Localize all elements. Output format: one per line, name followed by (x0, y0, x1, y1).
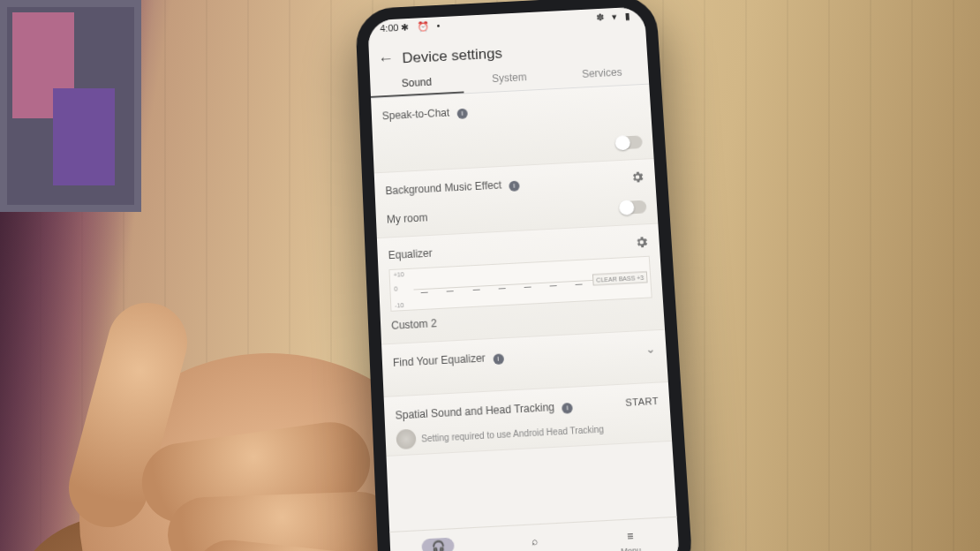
find-eq-label: Find Your Equalizer (393, 351, 486, 369)
wall-art (0, 0, 141, 212)
eq-scale-bot: -10 (395, 302, 403, 309)
clear-bass-badge: CLEAR BASS +3 (592, 271, 648, 285)
info-icon[interactable]: i (456, 108, 467, 118)
eq-scale-top: +10 (394, 271, 404, 278)
headphones-icon: 🎧 (431, 540, 445, 551)
card-speak-to-chat: Speak-to-Chat i (371, 85, 654, 174)
bg-music-label: Background Music Effect (385, 179, 501, 198)
nav-my-device[interactable]: 🎧 My Device (389, 527, 487, 551)
eq-scale-mid: 0 (394, 286, 397, 292)
nav-discover[interactable]: ⌕ Discover (486, 523, 584, 551)
spatial-sub-label: Setting required to use Android Head Tra… (421, 424, 604, 443)
speak-to-chat-label: Speak-to-Chat (382, 107, 450, 122)
tab-services[interactable]: Services (555, 60, 650, 88)
spatial-label: Spatial Sound and Head Tracking (395, 401, 554, 422)
phone-frame: 4:00 ✱ ⏰ • ✽ ▾ ▮ ← Device settings Sound… (355, 0, 694, 551)
gear-icon[interactable] (634, 235, 649, 250)
back-button[interactable]: ← (378, 49, 395, 68)
speak-to-chat-toggle[interactable] (615, 135, 643, 149)
discover-icon: ⌕ (531, 535, 538, 548)
equalizer-label: Equalizer (388, 247, 433, 261)
page-title: Device settings (402, 45, 502, 67)
tab-sound[interactable]: Sound (370, 69, 464, 97)
menu-icon: ≡ (627, 530, 634, 543)
my-room-toggle[interactable] (620, 200, 647, 214)
status-left-icons: ✱ ⏰ • (401, 20, 443, 33)
chevron-down-icon: ⌄ (645, 342, 656, 356)
nav-menu[interactable]: ≡ Menu (581, 517, 680, 551)
status-right-icons: ✽ ▾ ▮ (596, 11, 634, 34)
info-icon[interactable]: i (493, 353, 504, 365)
card-equalizer: Equalizer +10 0 -10 (377, 224, 665, 345)
head-tracking-icon (396, 429, 416, 450)
info-icon[interactable]: i (509, 180, 520, 191)
tab-system[interactable]: System (463, 64, 556, 93)
info-icon[interactable]: i (562, 402, 573, 413)
gear-icon[interactable] (630, 170, 645, 184)
eq-preset: Custom 2 (391, 317, 437, 332)
nav-label: Menu (621, 546, 642, 551)
my-room-label: My room (387, 211, 428, 225)
clock: 4:00 (380, 22, 399, 34)
spatial-start-button[interactable]: START (625, 396, 660, 408)
